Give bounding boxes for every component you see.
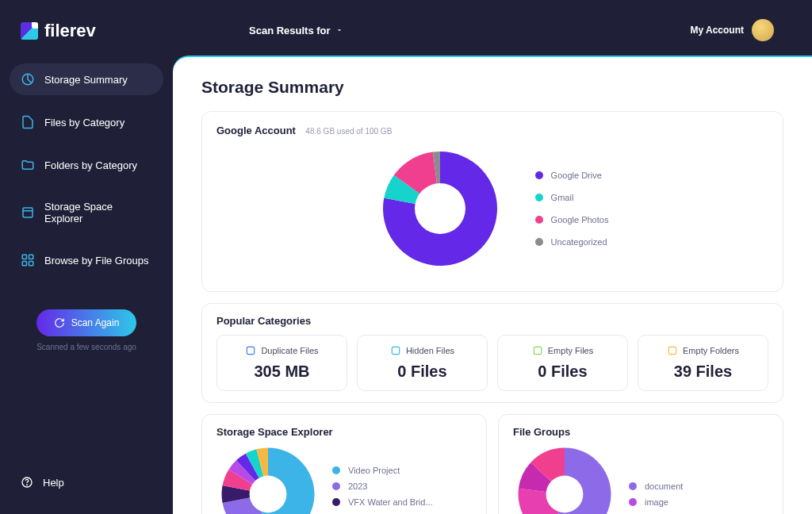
groups-legend: documentimage (629, 481, 683, 507)
brand-logo[interactable]: filerev (10, 16, 163, 56)
storage-explorer-card: Storage Space Explorer Video Project2023… (201, 414, 487, 514)
brand-name: filerev (44, 21, 96, 41)
legend-dot (629, 498, 637, 506)
storage-donut-chart (377, 145, 504, 272)
sidebar-item-storage-summary[interactable]: Storage Summary (10, 63, 163, 95)
legend-item: Uncategorized (535, 237, 609, 247)
popular-categories-card: Popular Categories Duplicate Files305 MB… (201, 303, 783, 403)
layers-icon (21, 205, 35, 220)
sidebar-item-label: Folders by Category (44, 159, 137, 171)
category-icon (532, 345, 543, 356)
legend-item: VFX Water and Brid... (332, 497, 433, 507)
legend-item: document (629, 481, 683, 491)
pie-icon (21, 72, 35, 86)
svg-rect-12 (668, 347, 676, 354)
category-icon (390, 345, 401, 356)
legend-dot (535, 194, 543, 201)
svg-point-8 (415, 183, 465, 234)
category-card[interactable]: Hidden Files0 Files (357, 335, 488, 391)
legend-label: VFX Water and Brid... (348, 497, 433, 507)
groups-title: File Groups (513, 426, 768, 438)
avatar (752, 19, 774, 41)
account-menu[interactable]: My Account (690, 19, 774, 41)
legend-label: document (645, 481, 683, 491)
category-label: Empty Folders (683, 346, 739, 355)
grid-icon (21, 253, 35, 267)
legend-label: Gmail (551, 193, 574, 202)
breadcrumb[interactable]: Scan Results for (249, 25, 343, 36)
category-value: 39 Files (646, 362, 760, 381)
category-value: 305 MB (225, 362, 339, 381)
svg-rect-4 (22, 262, 26, 266)
legend-dot (332, 466, 340, 474)
legend-label: Google Photos (551, 215, 609, 224)
sidebar-nav: Storage Summary Files by Category Folder… (10, 63, 163, 287)
category-card[interactable]: Empty Folders39 Files (638, 335, 768, 391)
svg-rect-10 (392, 347, 399, 354)
account-card-subtitle: 48.6 GB used of 100 GB (305, 127, 392, 136)
svg-rect-2 (22, 255, 26, 259)
legend-dot (535, 216, 543, 224)
legend-item: Video Project (332, 466, 433, 475)
explorer-legend: Video Project2023VFX Water and Brid...Vy… (332, 466, 433, 514)
legend-dot (332, 482, 340, 490)
scan-button-label: Scan Again (71, 317, 120, 328)
scan-status: Scanned a few seconds ago (10, 343, 163, 351)
breadcrumb-label: Scan Results for (249, 25, 331, 36)
main: Scan Results for My Account Storage Summ… (173, 0, 812, 514)
explorer-title: Storage Space Explorer (216, 426, 472, 438)
popular-title: Popular Categories (216, 315, 768, 327)
category-card[interactable]: Duplicate Files305 MB (216, 335, 347, 391)
category-value: 0 Files (366, 362, 479, 381)
legend-dot (535, 238, 543, 246)
groups-donut-chart (513, 443, 616, 514)
sidebar-item-files-category[interactable]: Files by Category (10, 106, 163, 138)
legend-dot (332, 498, 340, 506)
sidebar-item-label: Browse by File Groups (44, 255, 149, 267)
svg-rect-9 (247, 347, 255, 354)
explorer-donut-chart (216, 443, 320, 514)
legend-item: image (629, 497, 683, 507)
topbar: Scan Results for My Account (173, 0, 812, 56)
legend-dot (629, 482, 637, 490)
legend-label: image (645, 497, 668, 507)
svg-point-7 (27, 485, 28, 485)
account-storage-card: Google Account 48.6 GB used of 100 GB Go… (201, 111, 783, 292)
category-label: Duplicate Files (261, 346, 318, 355)
refresh-icon (54, 317, 65, 328)
sidebar-item-storage-explorer[interactable]: Storage Space Explorer (10, 192, 163, 233)
category-value: 0 Files (506, 362, 619, 381)
category-icon (667, 345, 678, 356)
chevron-down-icon (335, 26, 343, 34)
folder-icon (21, 158, 35, 172)
category-row: Duplicate Files305 MBHidden Files0 Files… (216, 335, 768, 391)
content: Storage Summary Google Account 48.6 GB u… (173, 56, 812, 514)
help-link[interactable]: Help (10, 466, 163, 498)
file-icon (21, 115, 35, 129)
account-label: My Account (690, 25, 744, 36)
sidebar-item-label: Files by Category (44, 117, 124, 128)
svg-rect-5 (29, 262, 33, 266)
category-card[interactable]: Empty Files0 Files (497, 335, 628, 391)
legend-dot (535, 171, 543, 179)
storage-legend: Google DriveGmailGoogle PhotosUncategori… (535, 171, 609, 247)
legend-label: Uncategorized (551, 237, 607, 247)
legend-item: Google Photos (535, 215, 609, 224)
legend-label: Google Drive (551, 171, 602, 180)
legend-item: 2023 (332, 481, 433, 491)
sidebar-item-folders-category[interactable]: Folders by Category (10, 149, 163, 181)
scan-again-button[interactable]: Scan Again (36, 309, 137, 336)
legend-label: 2023 (348, 481, 367, 491)
svg-rect-3 (29, 255, 33, 259)
category-label: Empty Files (548, 346, 593, 355)
sidebar: filerev Storage Summary Files by Categor… (0, 0, 173, 514)
svg-rect-11 (534, 347, 541, 354)
sidebar-item-label: Storage Summary (44, 74, 128, 86)
page-title: Storage Summary (201, 78, 783, 97)
logo-icon (21, 22, 38, 40)
sidebar-item-file-groups[interactable]: Browse by File Groups (10, 244, 163, 276)
account-card-title: Google Account (216, 125, 296, 136)
help-label: Help (43, 477, 64, 489)
category-icon (245, 345, 256, 356)
category-label: Hidden Files (406, 346, 454, 355)
